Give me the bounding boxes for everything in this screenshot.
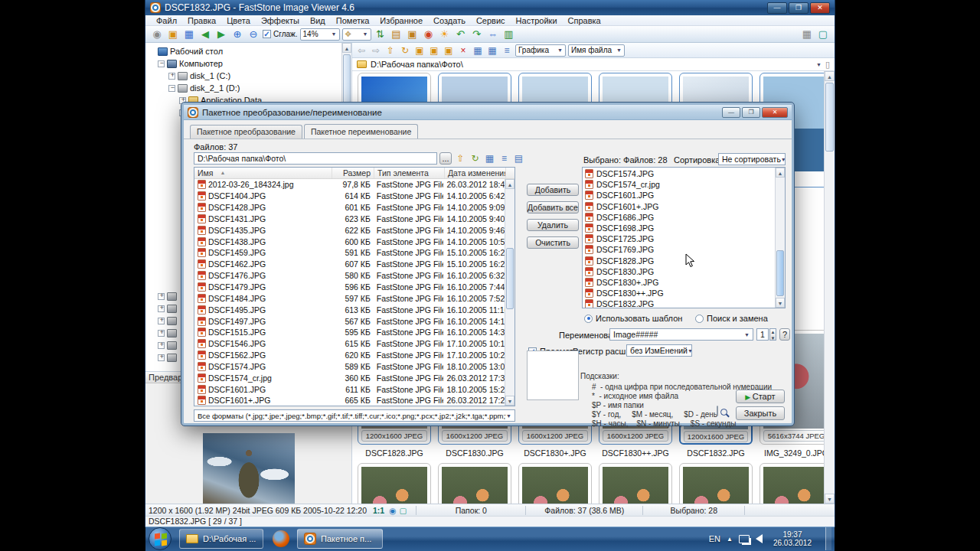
forward-icon[interactable]: ⇨: [370, 44, 382, 57]
panel-layout-icon[interactable]: ▦: [800, 28, 814, 41]
case-combo[interactable]: без ИзмЕнений▼: [626, 344, 692, 357]
scroll-up-icon[interactable]: ▲: [505, 179, 514, 189]
clear-button[interactable]: Очистить: [527, 236, 579, 249]
next-image-icon[interactable]: ▶: [214, 28, 228, 41]
selected-file-row[interactable]: DSCF1686.JPG: [583, 212, 775, 223]
remove-button[interactable]: Удалить: [527, 219, 579, 231]
file-type-filter-combo[interactable]: Графика▼: [515, 44, 566, 57]
browse-button[interactable]: ...: [439, 152, 452, 165]
refresh-folder-icon[interactable]: ↻: [399, 44, 411, 57]
menu-item[interactable]: Файл: [152, 16, 181, 25]
thumbnail[interactable]: [358, 463, 431, 504]
dialog-maximize-button[interactable]: ❐: [742, 107, 760, 118]
minimize-button[interactable]: —: [767, 2, 787, 14]
format-filter-combo[interactable]: Все форматы (*.jpg;*.jpe;*.jpeg;*.bmp;*.…: [194, 409, 515, 422]
clock[interactable]: 19:37 26.03.2012: [769, 530, 816, 547]
zoom-combo[interactable]: 14%▼: [300, 28, 340, 41]
open-icon[interactable]: ▣: [166, 28, 180, 41]
file-row[interactable]: DSCF1462.JPG 607 КБ FastStone JPG File 1…: [194, 259, 505, 270]
file-row[interactable]: DSCF1495.JPG 613 КБ FastStone JPG File 1…: [194, 304, 505, 315]
rotate-right-icon[interactable]: ↷: [470, 28, 484, 41]
tree-expander[interactable]: [158, 342, 165, 349]
tag-icon[interactable]: ▤: [390, 28, 403, 41]
file-row[interactable]: DSCF1515.JPG 595 КБ FastStone JPG File 1…: [194, 327, 505, 338]
template-combo[interactable]: Image#####▼: [609, 328, 753, 341]
view-date-icon[interactable]: ▤: [513, 152, 524, 164]
new-folder-icon[interactable]: ▣: [413, 44, 426, 57]
use-template-radio[interactable]: Использовать шаблон: [584, 314, 682, 323]
tree-item[interactable]: Компьютер: [145, 57, 351, 70]
counter-spinner[interactable]: ▲▼: [769, 328, 776, 341]
sort-by-combo[interactable]: Имя файла▼: [568, 44, 625, 57]
tree-expander[interactable]: [158, 354, 165, 361]
close-dialog-button[interactable]: Закрыть: [736, 406, 785, 420]
selected-file-row[interactable]: DSCF1769.JPG: [583, 244, 775, 255]
rotate-left-icon[interactable]: ↶: [454, 28, 468, 41]
selection-frame-icon[interactable]: ▢: [399, 506, 407, 515]
task-explorer[interactable]: D:\Рабочая ...: [179, 529, 263, 549]
delete-icon[interactable]: ×: [457, 44, 469, 57]
file-row[interactable]: DSCF1574.JPG 589 КБ FastStone JPG File 1…: [194, 361, 505, 373]
selected-file-row[interactable]: DSCF1601.JPG: [583, 190, 775, 201]
scroll-down-icon[interactable]: ▼: [505, 396, 514, 406]
scroll-up-icon[interactable]: ▲: [776, 168, 785, 178]
source-path-input[interactable]: D:\Рабочая папка\Фото\: [194, 152, 437, 165]
menu-item[interactable]: Настройки: [511, 16, 562, 25]
menu-item[interactable]: Создать: [429, 16, 470, 25]
restore-button[interactable]: ❐: [789, 2, 808, 14]
column-name[interactable]: Имя ▲: [194, 168, 332, 178]
selected-file-row[interactable]: DSCF1574.JPG: [583, 168, 775, 179]
selected-file-row[interactable]: DSCF1725.JPG: [583, 233, 775, 244]
close-button[interactable]: ✕: [810, 2, 830, 14]
tree-item[interactable]: disk_2_1 (D:): [145, 82, 351, 94]
column-date[interactable]: Дата изменения: [445, 168, 506, 178]
tree-expander[interactable]: [158, 305, 165, 312]
thumbnail[interactable]: [438, 463, 511, 504]
file-row[interactable]: DSCF1497.JPG 567 КБ FastStone JPG File 1…: [194, 315, 505, 327]
move-to-folder-icon[interactable]: ▣: [443, 44, 455, 57]
file-row[interactable]: DSCF1431.JPG 623 КБ FastStone JPG File 1…: [194, 214, 505, 225]
resize-icon[interactable]: ⇔: [486, 28, 500, 41]
file-row[interactable]: DSCF1428.JPG 601 КБ FastStone JPG File 1…: [194, 202, 505, 214]
view-detail-icon[interactable]: ▦: [472, 44, 484, 57]
show-desktop-button[interactable]: [825, 527, 831, 550]
tree-expander[interactable]: [158, 293, 165, 300]
tab-batch-convert[interactable]: Пакетное преобразование: [190, 125, 302, 139]
add-button[interactable]: Добавить: [527, 184, 579, 196]
view-thumbs-icon[interactable]: ▦: [486, 44, 498, 57]
selected-file-row[interactable]: DSCF1698.JPG: [583, 223, 775, 233]
tree-expander[interactable]: [168, 73, 175, 80]
file-row[interactable]: DSCF1479.JPG 596 КБ FastStone JPG File 1…: [194, 282, 505, 293]
zoom-in-icon[interactable]: ⊕: [230, 28, 244, 41]
menu-item[interactable]: Избранное: [375, 16, 427, 25]
thumbnail[interactable]: [679, 463, 753, 504]
menu-item[interactable]: Пометка: [332, 16, 374, 25]
tree-expander[interactable]: [158, 318, 165, 324]
thumbnails-scrollbar[interactable]: ▲ ▼: [824, 71, 835, 504]
add-all-button[interactable]: Добавить все: [527, 201, 579, 214]
file-row[interactable]: DSCF1562.JPG 620 КБ FastStone JPG File 1…: [194, 350, 505, 361]
counter-input[interactable]: 1: [756, 328, 769, 341]
acquire-icon[interactable]: ◉: [150, 28, 164, 41]
file-list-scrollbar[interactable]: ▲ ▼: [505, 179, 514, 406]
tab-batch-rename[interactable]: Пакетное переименование: [304, 124, 418, 139]
firefox-icon[interactable]: [273, 530, 289, 547]
tree-expander[interactable]: [158, 330, 165, 337]
volume-icon[interactable]: [756, 534, 763, 543]
preview-rename-button[interactable]: [717, 406, 718, 416]
tray-expand-icon[interactable]: ▲: [727, 536, 733, 543]
selected-file-row[interactable]: DSCF1828.JPG: [583, 256, 775, 266]
file-row[interactable]: DSCF1438.JPG 600 КБ FastStone JPG File 1…: [194, 236, 505, 247]
clipboard-icon[interactable]: ▣: [406, 28, 420, 41]
up-folder-icon[interactable]: ⇧: [384, 44, 397, 57]
tree-expander[interactable]: [168, 85, 175, 92]
prev-image-icon[interactable]: ◀: [198, 28, 212, 41]
menu-item[interactable]: Правка: [183, 16, 220, 25]
file-row[interactable]: DSCF1459.JPG 591 КБ FastStone JPG File 1…: [194, 247, 505, 259]
search-replace-radio[interactable]: Поиск и замена: [695, 314, 768, 323]
file-row[interactable]: DSCF1435.JPG 622 КБ FastStone JPG File 1…: [194, 224, 505, 236]
file-row[interactable]: DSCF1476.JPG 580 КБ FastStone JPG File 1…: [194, 270, 505, 282]
selected-list-scrollbar[interactable]: ▲ ▼: [775, 168, 785, 308]
refresh-folder-icon[interactable]: ↻: [469, 152, 481, 164]
file-row[interactable]: DSCF1601+.JPG 665 КБ FastStone JPG File …: [194, 395, 505, 406]
